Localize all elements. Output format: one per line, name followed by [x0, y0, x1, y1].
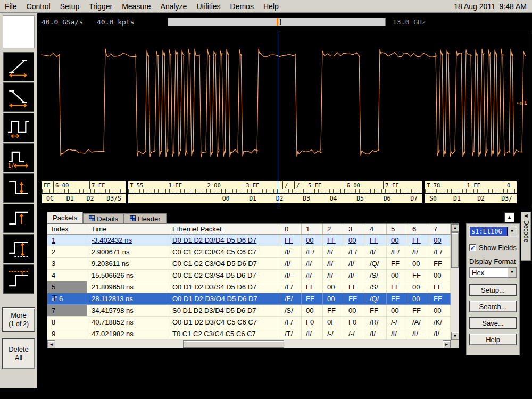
scroll-up-icon[interactable]: ▲: [451, 224, 459, 232]
cell-byte-5: /-/: [387, 317, 408, 328]
cell-index[interactable]: 2: [47, 246, 87, 258]
tab-header[interactable]: Header: [124, 213, 167, 223]
show-fields-checkbox[interactable]: ✔ Show Fields: [469, 244, 517, 252]
cell-index[interactable]: 9: [47, 328, 87, 340]
cell-index[interactable]: 3: [47, 258, 87, 270]
decode-lane-label: D2: [477, 194, 485, 203]
tool-rise-edge[interactable]: [3, 204, 34, 233]
column-header-time[interactable]: Time: [87, 224, 168, 234]
table-row[interactable]: 22.900671 nsC0 C1 C2 C3/C4 C5 C6 C7/I//E…: [47, 246, 451, 258]
frequency-icon: 1/: [6, 147, 31, 169]
chevron-down-icon[interactable]: ▼: [508, 227, 516, 236]
cell-index[interactable]: 4: [47, 270, 87, 281]
decode-field: FF: [42, 181, 53, 189]
table-row[interactable]: 521.809658 nsO0 D1 D2 D3/S4 D5 D6 D7/F/F…: [47, 281, 451, 293]
rise-edge-icon: [6, 208, 31, 229]
scroll-right-icon[interactable]: ►: [443, 340, 451, 348]
show-fields-label: Show Fields: [479, 244, 517, 252]
menu-item-file[interactable]: File: [0, 1, 22, 12]
cell-byte-5: FF: [387, 258, 408, 270]
source-select[interactable]: s1:Et10G ▼: [469, 226, 517, 237]
more-button[interactable]: More (1 of 2): [2, 307, 35, 332]
search-button[interactable]: Search...: [469, 301, 517, 312]
delete-label-2: All: [3, 354, 35, 362]
column-header-byte-2[interactable]: 2: [323, 224, 344, 234]
horizontal-scrollbar[interactable]: ◄ ►: [47, 340, 451, 348]
table-row[interactable]: 734.415798 nsS0 D1 D2 D3/D4 D5 D6 D7/S/0…: [47, 305, 451, 317]
decode-field: T=55: [128, 181, 167, 189]
horizontal-scroll-thumb[interactable]: [183, 340, 284, 348]
scroll-down-icon[interactable]: ▼: [451, 332, 459, 340]
save-button[interactable]: Save...: [469, 317, 517, 329]
tool-amplitude[interactable]: [3, 234, 34, 263]
tool-fall-edge[interactable]: [3, 173, 34, 203]
vertical-scrollbar[interactable]: ▲ ▼: [451, 224, 459, 340]
scroll-to-top-button[interactable]: ▲: [504, 212, 514, 222]
tool-overshoot[interactable]: [3, 264, 34, 294]
delete-all-button[interactable]: Delete All: [2, 338, 35, 369]
menu-item-control[interactable]: Control: [22, 1, 55, 12]
time-cursor[interactable]: [278, 32, 278, 206]
menu-item-trigger[interactable]: Trigger: [84, 1, 117, 12]
cell-index[interactable]: 8: [47, 317, 87, 328]
column-header-index[interactable]: Index: [47, 224, 87, 234]
cell-byte-6: /A/: [408, 317, 429, 328]
cell-byte-3: FF: [344, 281, 365, 293]
scroll-left-icon[interactable]: ◄: [47, 340, 55, 348]
column-header-byte-3[interactable]: 3: [344, 224, 365, 234]
decode-field: 1=FF: [167, 181, 205, 189]
fall-time-icon: [6, 87, 31, 108]
column-header-byte-4[interactable]: 4: [365, 224, 387, 234]
column-header-byte-5[interactable]: 5: [387, 224, 408, 234]
tool-pulse-width[interactable]: [3, 113, 34, 142]
timebase-position-slider[interactable]: [168, 18, 386, 26]
menu-item-utilities[interactable]: Utilities: [192, 1, 225, 12]
tab-details[interactable]: Details: [83, 213, 124, 223]
amplitude-icon: [6, 238, 31, 260]
help-button[interactable]: Help: [469, 334, 517, 345]
cell-index[interactable]: 7: [47, 305, 87, 317]
tool-fall-time[interactable]: [3, 82, 34, 112]
cell-byte-3: F0: [344, 317, 365, 328]
decode-lanes-row: O0D1D2D3O4D5D6D7: [128, 194, 422, 203]
vertical-scroll-thumb[interactable]: [451, 232, 459, 268]
tool-rise-time[interactable]: [3, 52, 34, 81]
column-header-byte-0[interactable]: 0: [280, 224, 302, 234]
cell-byte-3: /-/: [344, 328, 365, 340]
cell-byte-4: FF: [365, 305, 387, 317]
column-header-byte-7[interactable]: 7: [429, 224, 451, 234]
column-header-ethernet-packet[interactable]: Ethernet Packet: [168, 224, 280, 234]
cell-time: -3.402432 ns: [87, 235, 168, 246]
column-header-byte-6[interactable]: 6: [408, 224, 429, 234]
cell-packet: O0 D1 D2 D3/O4 D5 D6 D7: [168, 293, 280, 305]
cell-byte-6: 00: [408, 281, 429, 293]
cell-index[interactable]: 5: [47, 281, 87, 293]
cell-byte-7: FF: [429, 281, 451, 293]
decode-window-tab[interactable]: ◀ Decode: [521, 212, 531, 261]
cell-index[interactable]: 1: [47, 235, 87, 246]
menu-item-analyze[interactable]: Analyze: [156, 1, 192, 12]
setup-button[interactable]: Setup...: [469, 284, 517, 296]
menu-item-demos[interactable]: Demos: [226, 1, 259, 12]
table-row[interactable]: 840.718852 nsO0 D1 D2 D3/C4 C5 C6 C7/F/F…: [47, 317, 451, 328]
table-row[interactable]: 1-3.402432 nsD0 D1 D2 D3/D4 D5 D6 D7FF00…: [47, 235, 451, 246]
column-header-byte-1[interactable]: 1: [302, 224, 323, 234]
menu-item-help[interactable]: Help: [259, 1, 284, 12]
decode-field: 7=FF: [383, 181, 422, 189]
cell-index[interactable]: 6: [47, 293, 87, 305]
tool-frequency[interactable]: 1/: [3, 143, 34, 172]
svg-text:1/: 1/: [7, 162, 14, 168]
table-row[interactable]: 39.203611 nsC0 C1 C2 C3/O4 D5 D6 D7/I//I…: [47, 258, 451, 270]
menu-item-measure[interactable]: Measure: [117, 1, 155, 12]
cell-byte-0: /S/: [280, 305, 302, 317]
cell-byte-6: 00: [408, 258, 429, 270]
chevron-down-icon[interactable]: ▼: [508, 268, 516, 277]
cell-byte-7: /K/: [429, 317, 451, 328]
table-row[interactable]: 947.021982 nsT0 C1 C2 C3/C4 C5 C6 C7/T//…: [47, 328, 451, 340]
menu-item-setup[interactable]: Setup: [55, 1, 85, 12]
table-row[interactable]: 415.506626 nsC0 C1 C2 C3/S4 D5 D6 D7/I//…: [47, 270, 451, 281]
cell-byte-2: FF: [323, 235, 344, 246]
table-row[interactable]: 628.112813 nsO0 D1 D2 D3/O4 D5 D6 D7/F/F…: [47, 293, 451, 305]
display-format-select[interactable]: Hex ▼: [469, 267, 517, 278]
tab-packets[interactable]: Packets: [47, 212, 83, 223]
